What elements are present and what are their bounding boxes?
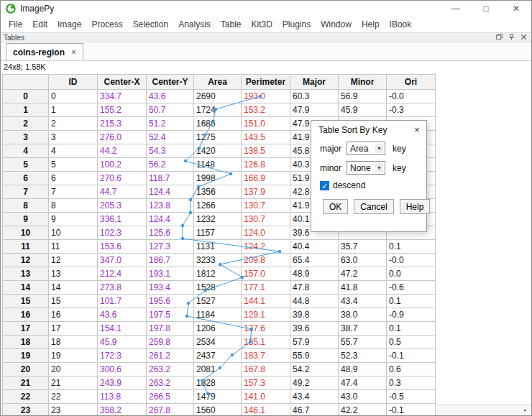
row-header[interactable]: 23	[3, 404, 49, 416]
cell[interactable]: 1828	[194, 376, 242, 390]
cell[interactable]: 47.4	[339, 376, 387, 390]
descend-checkbox[interactable]: ✓	[320, 181, 329, 190]
cell[interactable]: 23	[49, 404, 98, 416]
menu-item-process[interactable]: Process	[86, 19, 127, 29]
row-header[interactable]: 1	[3, 103, 49, 117]
cell[interactable]: 51.2	[147, 117, 194, 131]
cell[interactable]: 266.5	[147, 390, 194, 404]
row-header[interactable]: 14	[3, 281, 49, 295]
cell[interactable]: 124.4	[147, 213, 194, 226]
cell[interactable]: 40.4	[290, 240, 339, 254]
cell[interactable]: 42.2	[339, 404, 387, 416]
ok-button[interactable]: OK	[323, 199, 348, 214]
cell[interactable]: 38.0	[339, 308, 387, 322]
cell[interactable]: 52.4	[147, 131, 194, 144]
cell[interactable]: 3	[49, 131, 98, 144]
cell[interactable]: 276.0	[98, 131, 147, 144]
cell[interactable]: 1	[49, 103, 98, 117]
row-header[interactable]: 19	[3, 349, 49, 363]
col-header-center-y[interactable]: Center-Y	[147, 75, 194, 90]
cell[interactable]: 0.5	[387, 336, 436, 349]
cell[interactable]: 43.4	[339, 295, 387, 308]
row-header[interactable]: 21	[3, 376, 49, 390]
cell[interactable]: 153.2	[242, 103, 290, 117]
dialog-close-icon[interactable]: ×	[408, 124, 426, 135]
cell[interactable]: 2437	[194, 349, 242, 363]
cell[interactable]: 177.1	[242, 281, 290, 295]
help-button[interactable]: Help	[400, 199, 431, 214]
row-header[interactable]: 5	[3, 158, 49, 172]
menu-item-table[interactable]: Table	[216, 19, 247, 29]
cell[interactable]: 1232	[194, 213, 242, 226]
cell[interactable]: 193.1	[147, 267, 194, 281]
col-header-area[interactable]: Area	[194, 75, 242, 90]
cell[interactable]: 48.9	[290, 267, 339, 281]
tab-close-icon[interactable]: ×	[71, 47, 76, 57]
cell[interactable]: 39.8	[290, 308, 339, 322]
cell[interactable]: 127.3	[147, 240, 194, 254]
cell[interactable]: 0.1	[387, 240, 436, 254]
cell[interactable]: 2081	[194, 363, 242, 376]
cell[interactable]: 1998	[194, 172, 242, 185]
cell[interactable]: 146.1	[242, 404, 290, 416]
cell[interactable]: 347.0	[98, 254, 147, 267]
dialog-title-bar[interactable]: Table Sort By Key ×	[311, 121, 426, 139]
cell[interactable]: 130.7	[242, 213, 290, 226]
cell[interactable]: 47.9	[290, 103, 339, 117]
cell[interactable]: 186.7	[147, 254, 194, 267]
cell[interactable]: 47.8	[290, 281, 339, 295]
cell[interactable]: 46.7	[290, 404, 339, 416]
row-header[interactable]: 20	[3, 363, 49, 376]
cell[interactable]: 155.2	[98, 103, 147, 117]
cell[interactable]: 193.4	[147, 281, 194, 295]
cell[interactable]: 259.8	[147, 336, 194, 349]
cell[interactable]: -0.3	[387, 103, 436, 117]
row-header[interactable]: 22	[3, 390, 49, 404]
cell[interactable]: 270.6	[98, 172, 147, 185]
cell[interactable]: 19	[49, 349, 98, 363]
cell[interactable]: 334.7	[98, 90, 147, 103]
cell[interactable]: 166.9	[242, 172, 290, 185]
cell[interactable]: 137.9	[242, 185, 290, 199]
cell[interactable]: -0.1	[387, 404, 436, 416]
cell[interactable]: 1479	[194, 390, 242, 404]
cell[interactable]: 1356	[194, 185, 242, 199]
cell[interactable]: 13	[49, 267, 98, 281]
cell[interactable]: 1148	[194, 158, 242, 172]
row-header[interactable]: 3	[3, 131, 49, 144]
cell[interactable]: 124.0	[242, 226, 290, 240]
cell[interactable]: 0.6	[387, 363, 436, 376]
cell[interactable]: 14	[49, 281, 98, 295]
cell[interactable]: 1157	[194, 226, 242, 240]
cell[interactable]: 100.2	[98, 158, 147, 172]
cell[interactable]: 9	[49, 213, 98, 226]
cell[interactable]: 263.2	[147, 376, 194, 390]
menu-item-file[interactable]: File	[4, 19, 27, 29]
cell[interactable]: 56.9	[339, 90, 387, 103]
menu-item-analysis[interactable]: Analysis	[173, 19, 216, 29]
menu-item-plugins[interactable]: Plugins	[278, 19, 316, 29]
cell[interactable]: 48.9	[339, 363, 387, 376]
cell[interactable]: 6	[49, 172, 98, 185]
minor-key-select[interactable]: None ▼	[347, 161, 385, 175]
cell[interactable]: 212.4	[98, 267, 147, 281]
col-header-center-x[interactable]: Center-X	[98, 75, 147, 90]
cell[interactable]: 273.8	[98, 281, 147, 295]
row-header[interactable]: 10	[3, 226, 49, 240]
cell[interactable]: 49.2	[290, 376, 339, 390]
cell[interactable]: 21	[49, 376, 98, 390]
cell[interactable]: 43.6	[147, 90, 194, 103]
cell[interactable]: 197.5	[147, 308, 194, 322]
cell[interactable]: 126.8	[242, 158, 290, 172]
cell[interactable]: 113.8	[98, 390, 147, 404]
cell[interactable]: 57.9	[290, 336, 339, 349]
cell[interactable]: 41.8	[339, 281, 387, 295]
cell[interactable]: 65.4	[290, 254, 339, 267]
row-header[interactable]: 2	[3, 117, 49, 131]
cell[interactable]: 157.3	[242, 376, 290, 390]
cell[interactable]: -0.0	[387, 254, 436, 267]
cell[interactable]: -0.0	[387, 90, 436, 103]
minimize-button[interactable]: —	[441, 1, 471, 17]
cell[interactable]: 18	[49, 336, 98, 349]
cell[interactable]: 144.1	[242, 295, 290, 308]
